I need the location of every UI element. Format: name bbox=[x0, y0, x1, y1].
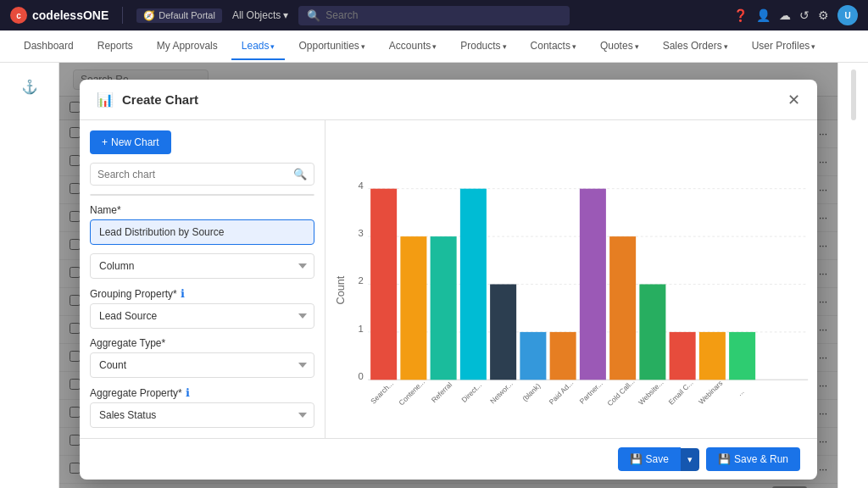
nav-accounts[interactable]: Accounts▾ bbox=[379, 33, 447, 60]
chart-container: Count 0 1 2 3 4 bbox=[326, 120, 817, 438]
all-objects-dropdown[interactable]: All Objects ▾ bbox=[232, 9, 288, 21]
modal-footer: 💾 Save ▾ 💾 Save & Run Save bbox=[80, 438, 817, 480]
nav-sales-orders[interactable]: Sales Orders▾ bbox=[653, 33, 738, 60]
svg-text:Networ...: Networ... bbox=[488, 380, 515, 406]
chart-list-area bbox=[90, 194, 314, 196]
avatar[interactable]: U bbox=[837, 5, 858, 25]
chart-icon: 📊 bbox=[97, 92, 114, 108]
aggregate-prop-select[interactable]: Sales Status bbox=[90, 402, 314, 428]
help-icon[interactable]: ❓ bbox=[733, 8, 748, 22]
bar-website bbox=[639, 285, 665, 380]
bar-referral bbox=[431, 236, 457, 380]
svg-text:2: 2 bbox=[358, 276, 363, 286]
portal-badge[interactable]: 🧭 Default Portal bbox=[136, 8, 222, 23]
nav-contacts[interactable]: Contacts▾ bbox=[520, 33, 587, 60]
modal-header: 📊 Create Chart ✕ bbox=[80, 80, 817, 120]
chart-type-section: Column bbox=[90, 253, 314, 279]
settings-icon[interactable]: ⚙ bbox=[818, 8, 829, 22]
svg-text:3: 3 bbox=[358, 228, 363, 238]
bar-search bbox=[370, 189, 397, 380]
new-chart-label: New Chart bbox=[111, 136, 159, 148]
name-label: Name* bbox=[90, 204, 314, 216]
svg-text:Website...: Website... bbox=[637, 378, 665, 407]
content-area: ⚓ # Lead ID Name Company Contact Status bbox=[0, 63, 868, 488]
svg-text:Email C...: Email C... bbox=[667, 379, 695, 407]
nav-dashboard[interactable]: Dashboard bbox=[14, 33, 84, 60]
sidebar: ⚓ bbox=[0, 63, 59, 488]
global-search-box[interactable]: 🔍 bbox=[298, 6, 570, 25]
bar-extra bbox=[729, 332, 755, 380]
y-axis-label: Count bbox=[335, 275, 347, 304]
bar-network bbox=[490, 285, 516, 380]
save-run-button[interactable]: 💾 Save & Run bbox=[706, 447, 800, 471]
bar-social bbox=[520, 332, 546, 380]
cloud-icon[interactable]: ☁ bbox=[779, 8, 791, 22]
chart-name-input[interactable] bbox=[90, 219, 314, 245]
save-dropdown-button[interactable]: ▾ bbox=[681, 448, 699, 471]
bar-partner bbox=[580, 189, 606, 380]
modal-close-button[interactable]: ✕ bbox=[787, 92, 800, 108]
grouping-select[interactable]: Lead Source bbox=[90, 303, 314, 329]
nav-approvals[interactable]: My Approvals bbox=[147, 33, 228, 60]
secondary-nav: Dashboard Reports My Approvals Leads▾ Op… bbox=[0, 30, 868, 63]
nav-opportunities[interactable]: Opportunities▾ bbox=[288, 33, 375, 60]
bar-webinars bbox=[699, 332, 726, 380]
search-chart-icon: 🔍 bbox=[293, 168, 307, 180]
all-objects-arrow: ▾ bbox=[283, 9, 288, 21]
bar-email bbox=[670, 332, 696, 380]
search-icon: 🔍 bbox=[307, 9, 320, 22]
aggregate-type-select[interactable]: Count bbox=[90, 352, 314, 378]
svg-text:Cold Call...: Cold Call... bbox=[605, 377, 636, 408]
create-chart-modal: 📊 Create Chart ✕ + New Chart 🔍 bbox=[80, 80, 817, 480]
svg-text:Search...: Search... bbox=[369, 380, 395, 406]
modal-left-panel: + New Chart 🔍 Name* bbox=[80, 120, 326, 438]
menu-icon[interactable]: 👤 bbox=[756, 8, 771, 22]
save-label: Save bbox=[646, 453, 669, 465]
chart-type-select[interactable]: Column bbox=[90, 253, 314, 279]
svg-text:0: 0 bbox=[358, 371, 363, 381]
aggregate-type-section: Aggregate Type* Count bbox=[90, 337, 314, 378]
search-chart-input[interactable] bbox=[97, 169, 288, 180]
svg-text:...: ... bbox=[735, 387, 745, 397]
all-objects-label: All Objects bbox=[232, 9, 281, 21]
bar-content bbox=[400, 236, 426, 380]
logo-area: c codelessONE bbox=[10, 7, 108, 24]
svg-text:Referral: Referral bbox=[430, 380, 453, 404]
svg-text:Webinars: Webinars bbox=[697, 379, 724, 406]
portal-label: Default Portal bbox=[159, 10, 215, 20]
nav-products[interactable]: Products▾ bbox=[450, 33, 516, 60]
aggregate-prop-label: Aggregate Property* ℹ bbox=[90, 386, 314, 399]
new-chart-button[interactable]: + New Chart bbox=[90, 130, 171, 154]
global-search-input[interactable] bbox=[326, 9, 561, 21]
scrollbar-track[interactable] bbox=[851, 69, 856, 120]
logo-text: codelessONE bbox=[32, 8, 108, 22]
save-run-label: Save & Run bbox=[734, 453, 788, 465]
modal-overlay: 📊 Create Chart ✕ + New Chart 🔍 bbox=[59, 63, 837, 488]
avatar-initials: U bbox=[844, 11, 850, 20]
svg-text:1: 1 bbox=[358, 324, 363, 334]
svg-text:(blank): (blank) bbox=[520, 381, 542, 402]
nav-reports[interactable]: Reports bbox=[87, 33, 143, 60]
svg-text:Contene...: Contene... bbox=[397, 378, 426, 408]
right-bar bbox=[837, 63, 868, 488]
save-button[interactable]: 💾 Save bbox=[618, 447, 681, 471]
refresh-icon[interactable]: ↺ bbox=[799, 8, 810, 22]
aggregate-prop-section: Aggregate Property* ℹ Sales Status bbox=[90, 386, 314, 428]
grouping-info-icon: ℹ bbox=[181, 287, 185, 300]
sidebar-anchor-icon[interactable]: ⚓ bbox=[13, 69, 47, 103]
grouping-label: Grouping Property* ℹ bbox=[90, 287, 314, 300]
logo-icon: c bbox=[10, 7, 27, 24]
bar-direct bbox=[460, 189, 487, 380]
nav-quotes[interactable]: Quotes▾ bbox=[590, 33, 649, 60]
search-chart-box[interactable]: 🔍 bbox=[90, 163, 314, 186]
name-field-section: Name* bbox=[90, 204, 314, 245]
save-floppy-icon: 💾 bbox=[630, 453, 643, 465]
svg-text:Partner...: Partner... bbox=[578, 379, 604, 405]
modal-body: + New Chart 🔍 Name* bbox=[80, 120, 817, 438]
bar-cold-call bbox=[609, 236, 636, 380]
portal-icon: 🧭 bbox=[143, 10, 155, 21]
bar-paid-ad bbox=[550, 332, 576, 380]
nav-user-profiles[interactable]: User Profiles▾ bbox=[742, 33, 826, 60]
nav-leads[interactable]: Leads▾ bbox=[231, 33, 286, 60]
aggregate-type-label: Aggregate Type* bbox=[90, 337, 314, 349]
